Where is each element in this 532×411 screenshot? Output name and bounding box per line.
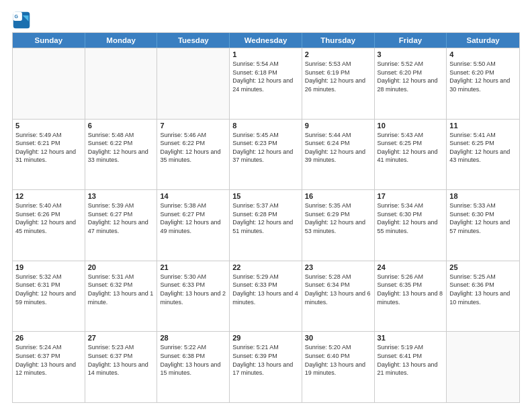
day-info: Sunrise: 5:28 AM Sunset: 6:34 PM Dayligh… xyxy=(305,273,371,306)
day-number: 18 xyxy=(449,192,517,200)
day-cell-13: 13Sunrise: 5:39 AM Sunset: 6:27 PM Dayli… xyxy=(85,190,158,261)
day-number: 7 xyxy=(160,122,226,130)
day-number: 22 xyxy=(232,263,299,271)
day-cell-7: 7Sunrise: 5:46 AM Sunset: 6:22 PM Daylig… xyxy=(157,120,230,190)
day-info: Sunrise: 5:29 AM Sunset: 6:33 PM Dayligh… xyxy=(232,273,299,306)
day-info: Sunrise: 5:50 AM Sunset: 6:20 PM Dayligh… xyxy=(449,60,517,93)
day-number: 23 xyxy=(305,263,371,271)
calendar-header: SundayMondayTuesdayWednesdayThursdayFrid… xyxy=(13,33,519,48)
day-number: 28 xyxy=(160,334,226,342)
day-cell-10: 10Sunrise: 5:43 AM Sunset: 6:25 PM Dayli… xyxy=(375,120,447,190)
week-row-3: 12Sunrise: 5:40 AM Sunset: 6:26 PM Dayli… xyxy=(13,189,519,261)
logo: G xyxy=(12,11,34,30)
week-row-5: 26Sunrise: 5:24 AM Sunset: 6:37 PM Dayli… xyxy=(13,331,519,402)
day-cell-12: 12Sunrise: 5:40 AM Sunset: 6:26 PM Dayli… xyxy=(13,190,85,261)
day-cell-3: 3Sunrise: 5:52 AM Sunset: 6:20 PM Daylig… xyxy=(375,48,447,119)
day-cell-1: 1Sunrise: 5:54 AM Sunset: 6:18 PM Daylig… xyxy=(230,48,302,119)
day-number: 2 xyxy=(305,50,371,58)
page: G SundayMondayTuesdayWednesdayThursdayFr… xyxy=(0,0,532,411)
day-info: Sunrise: 5:52 AM Sunset: 6:20 PM Dayligh… xyxy=(378,60,444,93)
day-info: Sunrise: 5:26 AM Sunset: 6:35 PM Dayligh… xyxy=(378,273,444,306)
header-day-tuesday: Tuesday xyxy=(157,33,230,48)
header-day-monday: Monday xyxy=(85,33,158,48)
day-number: 21 xyxy=(160,263,226,271)
day-number: 13 xyxy=(88,192,154,200)
day-info: Sunrise: 5:46 AM Sunset: 6:22 PM Dayligh… xyxy=(160,131,226,165)
header-day-thursday: Thursday xyxy=(302,33,375,48)
day-cell-9: 9Sunrise: 5:44 AM Sunset: 6:24 PM Daylig… xyxy=(302,120,375,190)
day-number: 9 xyxy=(305,122,371,130)
day-cell-5: 5Sunrise: 5:49 AM Sunset: 6:21 PM Daylig… xyxy=(13,120,85,190)
header-day-saturday: Saturday xyxy=(447,33,519,48)
day-info: Sunrise: 5:33 AM Sunset: 6:30 PM Dayligh… xyxy=(449,201,517,235)
day-info: Sunrise: 5:53 AM Sunset: 6:19 PM Dayligh… xyxy=(305,60,371,93)
day-cell-21: 21Sunrise: 5:30 AM Sunset: 6:33 PM Dayli… xyxy=(157,261,230,332)
day-info: Sunrise: 5:54 AM Sunset: 6:18 PM Dayligh… xyxy=(232,60,299,93)
day-info: Sunrise: 5:24 AM Sunset: 6:37 PM Dayligh… xyxy=(15,343,82,377)
day-number: 12 xyxy=(15,192,82,200)
day-info: Sunrise: 5:43 AM Sunset: 6:25 PM Dayligh… xyxy=(378,131,444,165)
day-info: Sunrise: 5:37 AM Sunset: 6:28 PM Dayligh… xyxy=(232,201,299,235)
day-number: 14 xyxy=(160,192,226,200)
day-number: 30 xyxy=(305,334,371,342)
day-info: Sunrise: 5:23 AM Sunset: 6:37 PM Dayligh… xyxy=(88,343,154,377)
day-cell-30: 30Sunrise: 5:20 AM Sunset: 6:40 PM Dayli… xyxy=(302,332,375,402)
day-number: 1 xyxy=(232,50,299,58)
day-info: Sunrise: 5:44 AM Sunset: 6:24 PM Dayligh… xyxy=(305,131,371,165)
day-cell-24: 24Sunrise: 5:26 AM Sunset: 6:35 PM Dayli… xyxy=(375,261,447,332)
day-number: 4 xyxy=(449,50,517,58)
day-info: Sunrise: 5:21 AM Sunset: 6:39 PM Dayligh… xyxy=(232,343,299,377)
day-cell-6: 6Sunrise: 5:48 AM Sunset: 6:22 PM Daylig… xyxy=(85,120,158,190)
day-info: Sunrise: 5:40 AM Sunset: 6:26 PM Dayligh… xyxy=(15,201,82,235)
day-cell-31: 31Sunrise: 5:19 AM Sunset: 6:41 PM Dayli… xyxy=(375,332,447,402)
day-cell-20: 20Sunrise: 5:31 AM Sunset: 6:32 PM Dayli… xyxy=(85,261,158,332)
day-cell-14: 14Sunrise: 5:38 AM Sunset: 6:27 PM Dayli… xyxy=(157,190,230,261)
day-cell-25: 25Sunrise: 5:25 AM Sunset: 6:36 PM Dayli… xyxy=(447,261,519,332)
day-number: 26 xyxy=(15,334,82,342)
day-info: Sunrise: 5:34 AM Sunset: 6:30 PM Dayligh… xyxy=(378,201,444,235)
day-info: Sunrise: 5:49 AM Sunset: 6:21 PM Dayligh… xyxy=(15,131,82,165)
empty-cell xyxy=(447,332,519,402)
day-number: 24 xyxy=(378,263,444,271)
week-row-1: 1Sunrise: 5:54 AM Sunset: 6:18 PM Daylig… xyxy=(13,48,519,119)
day-cell-23: 23Sunrise: 5:28 AM Sunset: 6:34 PM Dayli… xyxy=(302,261,375,332)
logo-icon: G xyxy=(12,11,31,30)
svg-text:G: G xyxy=(15,14,19,19)
empty-cell xyxy=(85,48,158,119)
day-number: 16 xyxy=(305,192,371,200)
day-number: 5 xyxy=(15,122,82,130)
day-number: 25 xyxy=(449,263,517,271)
calendar: SundayMondayTuesdayWednesdayThursdayFrid… xyxy=(12,32,520,403)
calendar-body: 1Sunrise: 5:54 AM Sunset: 6:18 PM Daylig… xyxy=(13,48,519,402)
day-info: Sunrise: 5:22 AM Sunset: 6:38 PM Dayligh… xyxy=(160,343,226,377)
header-day-sunday: Sunday xyxy=(13,33,85,48)
day-cell-28: 28Sunrise: 5:22 AM Sunset: 6:38 PM Dayli… xyxy=(157,332,230,402)
day-info: Sunrise: 5:38 AM Sunset: 6:27 PM Dayligh… xyxy=(160,201,226,235)
header-day-wednesday: Wednesday xyxy=(230,33,302,48)
day-info: Sunrise: 5:32 AM Sunset: 6:31 PM Dayligh… xyxy=(15,273,82,306)
day-cell-22: 22Sunrise: 5:29 AM Sunset: 6:33 PM Dayli… xyxy=(230,261,302,332)
day-number: 3 xyxy=(378,50,444,58)
day-info: Sunrise: 5:20 AM Sunset: 6:40 PM Dayligh… xyxy=(305,343,371,377)
day-number: 10 xyxy=(378,122,444,130)
day-info: Sunrise: 5:39 AM Sunset: 6:27 PM Dayligh… xyxy=(88,201,154,235)
day-cell-27: 27Sunrise: 5:23 AM Sunset: 6:37 PM Dayli… xyxy=(85,332,158,402)
week-row-2: 5Sunrise: 5:49 AM Sunset: 6:21 PM Daylig… xyxy=(13,119,519,190)
day-info: Sunrise: 5:25 AM Sunset: 6:36 PM Dayligh… xyxy=(449,273,517,306)
week-row-4: 19Sunrise: 5:32 AM Sunset: 6:31 PM Dayli… xyxy=(13,261,519,332)
day-info: Sunrise: 5:31 AM Sunset: 6:32 PM Dayligh… xyxy=(88,273,154,306)
day-number: 11 xyxy=(449,122,517,130)
day-cell-18: 18Sunrise: 5:33 AM Sunset: 6:30 PM Dayli… xyxy=(447,190,519,261)
day-number: 31 xyxy=(378,334,444,342)
day-number: 19 xyxy=(15,263,82,271)
day-cell-17: 17Sunrise: 5:34 AM Sunset: 6:30 PM Dayli… xyxy=(375,190,447,261)
day-info: Sunrise: 5:45 AM Sunset: 6:23 PM Dayligh… xyxy=(232,131,299,165)
header-day-friday: Friday xyxy=(375,33,447,48)
empty-cell xyxy=(13,48,85,119)
day-cell-8: 8Sunrise: 5:45 AM Sunset: 6:23 PM Daylig… xyxy=(230,120,302,190)
day-number: 20 xyxy=(88,263,154,271)
day-info: Sunrise: 5:41 AM Sunset: 6:25 PM Dayligh… xyxy=(449,131,517,165)
day-cell-4: 4Sunrise: 5:50 AM Sunset: 6:20 PM Daylig… xyxy=(447,48,519,119)
day-number: 15 xyxy=(232,192,299,200)
day-info: Sunrise: 5:19 AM Sunset: 6:41 PM Dayligh… xyxy=(378,343,444,377)
